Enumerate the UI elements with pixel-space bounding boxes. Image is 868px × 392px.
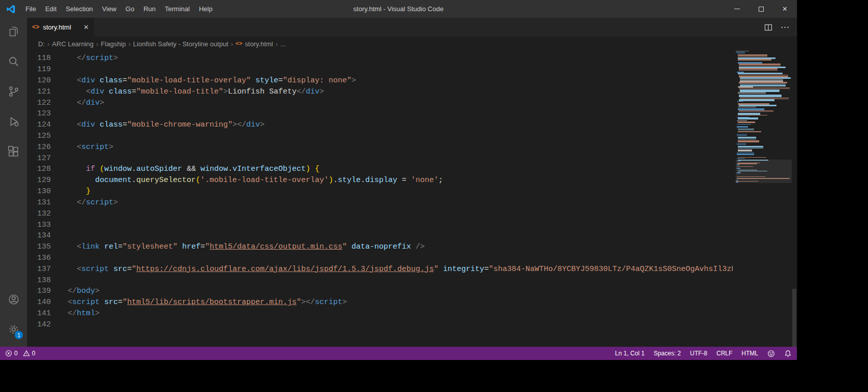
code-text[interactable] [51,275,733,286]
line-number[interactable]: 119 [27,64,51,75]
code-text[interactable]: </body> [51,286,733,297]
more-actions-icon[interactable]: ⋯ [781,22,790,33]
code-line[interactable]: 120 <div class="mobile-load-title-overla… [27,75,797,86]
code-line[interactable]: 131 </script> [27,197,797,208]
line-number[interactable]: 138 [27,275,51,286]
language-mode[interactable]: HTML [741,350,758,357]
code-line[interactable]: 136 [27,253,797,264]
code-text[interactable]: <script> [51,142,733,153]
code-line[interactable]: 133 [27,220,797,231]
settings-button[interactable]: 1 [0,317,27,342]
line-number[interactable]: 118 [27,53,51,64]
code-line[interactable]: 129 document.querySelector('.mobile-load… [27,175,797,186]
code-line[interactable]: 123 [27,108,797,119]
breadcrumb-symbol[interactable]: ... [280,40,286,48]
menu-edit[interactable]: Edit [41,0,61,18]
menu-run[interactable]: Run [139,0,160,18]
line-number[interactable]: 139 [27,286,51,297]
code-text[interactable] [51,253,733,264]
code-line[interactable]: 128 if (window.autoSpider && window.vInt… [27,164,797,175]
line-number[interactable]: 133 [27,220,51,231]
code-text[interactable]: <div class="mobile-load-title-overlay" s… [51,75,733,86]
line-number[interactable]: 136 [27,253,51,264]
eol-indicator[interactable]: CRLF [716,350,732,357]
code-line[interactable]: 122 </div> [27,98,797,109]
breadcrumb-folder[interactable]: ARC Learning [52,40,94,48]
menu-go[interactable]: Go [121,0,139,18]
line-number[interactable]: 123 [27,108,51,119]
code-line[interactable]: 124 <div class="mobile-chrome-warning"><… [27,119,797,131]
feedback-icon[interactable] [767,350,775,357]
line-number[interactable]: 124 [27,119,51,131]
code-lines[interactable]: 117 var mq = window.matchMedia('(max-wid… [27,37,797,347]
line-number[interactable]: 129 [27,175,51,186]
code-line[interactable]: 138 [27,275,797,286]
tab-story-html[interactable]: <> story.html ✕ [27,18,94,37]
menu-selection[interactable]: Selection [61,0,97,18]
code-line[interactable]: 118 </script> [27,53,797,64]
line-number[interactable]: 142 [27,319,51,330]
menu-view[interactable]: View [98,0,121,18]
code-line[interactable]: 141</html> [27,308,797,319]
accounts-button[interactable] [0,287,27,312]
code-text[interactable]: </script> [51,197,733,208]
line-number[interactable]: 126 [27,142,51,153]
code-text[interactable] [51,131,733,142]
code-text[interactable]: <script src="https://cdnjs.cloudflare.co… [51,264,733,275]
line-number[interactable]: 121 [27,86,51,98]
close-window-button[interactable]: ✕ [773,0,797,18]
notifications-bell-icon[interactable] [784,350,792,357]
line-number[interactable]: 122 [27,98,51,109]
code-line[interactable]: 139</body> [27,286,797,297]
encoding-indicator[interactable]: UTF-8 [690,350,707,357]
menu-help[interactable]: Help [194,0,217,18]
code-text[interactable]: } [51,186,733,197]
code-text[interactable]: <div class="mobile-load-title">Lionfish … [51,86,733,98]
code-line[interactable]: 125 [27,131,797,142]
breadcrumb-folder[interactable]: Flagship [101,40,126,48]
sidebar-item-search[interactable] [0,49,27,74]
vertical-scrollbar[interactable] [792,51,797,347]
sidebar-item-explorer[interactable] [0,19,27,44]
scrollbar-thumb[interactable] [792,289,796,347]
line-number[interactable]: 135 [27,242,51,253]
breadcrumb-folder[interactable]: Lionfish Safety - Storyline output [133,40,228,48]
close-tab-button[interactable]: ✕ [79,23,89,31]
code-text[interactable]: </div> [51,98,733,109]
code-line[interactable]: 130 } [27,186,797,197]
editor[interactable]: 117 var mq = window.matchMedia('(max-wid… [27,37,797,347]
menu-terminal[interactable]: Terminal [160,0,194,18]
code-text[interactable] [51,319,733,330]
line-number[interactable]: 128 [27,164,51,175]
line-number[interactable]: 127 [27,153,51,164]
minimize-button[interactable] [725,0,749,18]
problems-indicator[interactable]: 0 0 [5,350,35,357]
code-text[interactable] [51,108,733,119]
line-number[interactable]: 125 [27,131,51,142]
code-line[interactable]: 121 <div class="mobile-load-title">Lionf… [27,86,797,98]
code-line[interactable]: 126 <script> [27,142,797,153]
code-text[interactable]: <script src="html5/lib/scripts/bootstrap… [51,297,733,308]
code-text[interactable] [51,208,733,220]
minimap[interactable] [736,51,792,203]
line-number[interactable]: 131 [27,197,51,208]
line-number[interactable]: 137 [27,264,51,275]
breadcrumb-file[interactable]: story.html [245,40,273,48]
code-line[interactable]: 127 [27,153,797,164]
code-text[interactable]: if (window.autoSpider && window.vInterfa… [51,164,733,175]
menu-file[interactable]: File [21,0,41,18]
code-text[interactable] [51,64,733,75]
code-text[interactable] [51,220,733,231]
cursor-position[interactable]: Ln 1, Col 1 [615,350,645,357]
line-number[interactable]: 130 [27,186,51,197]
indentation-indicator[interactable]: Spaces: 2 [654,350,681,357]
code-line[interactable]: 119 [27,64,797,75]
code-line[interactable]: 140<script src="html5/lib/scripts/bootst… [27,297,797,308]
sidebar-item-extensions[interactable] [0,139,27,164]
code-text[interactable] [51,153,733,164]
code-line[interactable]: 132 [27,208,797,220]
maximize-button[interactable] [749,0,773,18]
line-number[interactable]: 120 [27,75,51,86]
code-text[interactable]: document.querySelector('.mobile-load-tit… [51,175,733,186]
breadcrumb-drive[interactable]: D: [38,40,45,48]
